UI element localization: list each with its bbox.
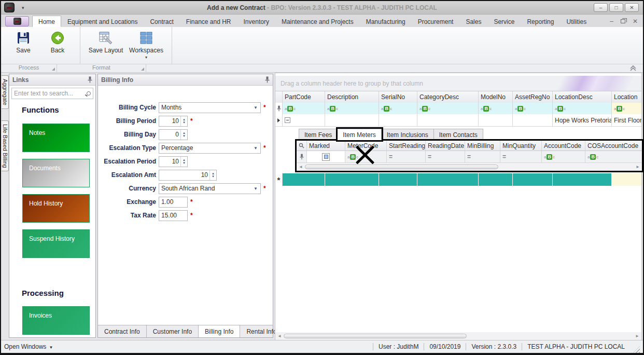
quick-access-caret-icon[interactable]: ▾	[22, 5, 24, 10]
sidebar-button-invoices[interactable]: Invoices	[22, 306, 90, 335]
data-cell-categorydesc[interactable]	[417, 114, 479, 126]
detail-tab-item-fees[interactable]: Item Fees	[299, 129, 338, 140]
abc-filter-icon[interactable]: aBc	[285, 106, 296, 112]
scroll-left-icon[interactable]: ◄	[275, 334, 284, 338]
input-exchange[interactable]: 1.00	[159, 197, 188, 208]
sidebar-button-notes[interactable]: Notes	[22, 124, 90, 152]
spinner-billing-period[interactable]: 10▲▼	[159, 116, 188, 127]
spinner-escalation-amt[interactable]: 10▲▼	[159, 170, 217, 181]
subfilter-cell-metercode[interactable]: aBc	[345, 151, 387, 162]
spinner-escalation-period[interactable]: 10▲▼	[159, 156, 188, 167]
equals-filter-icon[interactable]: =	[428, 153, 431, 160]
abc-filter-icon[interactable]: aBc	[347, 154, 358, 160]
resize-grip[interactable]	[633, 346, 640, 353]
new-row-cell-serialno[interactable]	[379, 173, 417, 186]
new-row-cell-categorydesc[interactable]	[417, 173, 479, 186]
vertical-tab-aggregate[interactable]: Aggregate	[2, 75, 9, 109]
column-header-partcode[interactable]: PartCode	[283, 91, 325, 103]
scrollbar-thumb[interactable]	[284, 334, 467, 338]
mdi-close-icon[interactable]: ✕	[633, 18, 638, 25]
scrollbar-thumb[interactable]	[305, 165, 498, 169]
abc-filter-icon[interactable]: aBc	[544, 154, 555, 160]
search-input[interactable]: Enter text to search...	[11, 88, 93, 99]
subcolumn-header-metercode[interactable]: MeterCode	[345, 141, 387, 151]
ribbon-tab-procurement[interactable]: Procurement	[412, 16, 460, 27]
data-cell-assetregno[interactable]	[513, 114, 553, 126]
input-tax-rate[interactable]: 15.00	[159, 210, 188, 221]
application-menu-button[interactable]	[5, 16, 29, 26]
filter-cell-assetregno[interactable]: aBc	[513, 103, 553, 114]
scroll-right-icon[interactable]: ►	[634, 165, 642, 169]
abc-filter-icon[interactable]: aBc	[587, 154, 598, 160]
filter-cell-locationdesc[interactable]: aBc	[553, 103, 612, 114]
subfilter-cell-cosaccountcode[interactable]: aBc	[585, 151, 642, 162]
back-button[interactable]: Back	[40, 29, 75, 54]
column-header-location[interactable]: Location	[612, 91, 641, 103]
column-header-categorydesc[interactable]: CategoryDesc	[417, 91, 479, 103]
pin-icon[interactable]	[265, 76, 270, 83]
scroll-left-icon[interactable]: ◄	[297, 165, 305, 169]
new-row-cell-partcode[interactable]	[283, 173, 325, 186]
sidebar-button-documents[interactable]: Documents	[22, 159, 90, 187]
data-cell-modelno[interactable]	[479, 114, 513, 126]
ribbon-tab-reporting[interactable]: Reporting	[521, 16, 560, 27]
filter-cell-partcode[interactable]: aBc	[283, 103, 325, 114]
sidebar-button-hold-history[interactable]: Hold History	[22, 194, 90, 223]
subfilter-cell-minbilling[interactable]: =	[465, 151, 500, 162]
data-cell-location[interactable]: First Floor	[612, 114, 641, 126]
grid-horizontal-scrollbar[interactable]: ◄ ►	[275, 332, 641, 340]
save-layout-button[interactable]: Save Layout	[86, 29, 126, 54]
spinner-billing-day[interactable]: 0▲▼	[159, 129, 188, 140]
tab-billing-info[interactable]: Billing Info	[199, 325, 240, 337]
marked-checkbox[interactable]	[322, 153, 330, 161]
filter-cell-serialno[interactable]: aBc	[379, 103, 417, 114]
filter-cell-description[interactable]: aBc	[325, 103, 379, 114]
abc-filter-icon[interactable]: aBc	[419, 106, 430, 112]
subcolumn-header-accountcode[interactable]: AccountCode	[542, 141, 585, 151]
subfilter-cell-minquantity[interactable]: =	[500, 151, 542, 162]
collapse-ribbon-icon[interactable]	[629, 65, 637, 71]
ribbon-tab-maintenance-and-projects[interactable]: Maintenance and Projects	[275, 16, 360, 27]
magnifier-icon[interactable]	[299, 143, 304, 148]
new-row-cell-location[interactable]	[612, 173, 641, 186]
grid-new-row[interactable]: *	[275, 173, 641, 186]
spin-down-icon[interactable]: ▼	[181, 161, 187, 165]
subfilter-cell-readingdate[interactable]: =	[426, 151, 465, 162]
mdi-restore-icon[interactable]	[621, 19, 625, 23]
filter-cell-location[interactable]: aBc	[612, 103, 641, 114]
grid-data-row[interactable]: Hope Works PretoriaFirst Floor	[275, 114, 641, 127]
ribbon-tab-equipment-and-locations[interactable]: Equipment and Locations	[61, 16, 144, 27]
abc-filter-icon[interactable]: aBc	[515, 106, 526, 112]
column-header-modelno[interactable]: ModelNo	[479, 91, 513, 103]
spinner-buttons[interactable]: ▲▼	[209, 170, 216, 180]
subcolumn-header-minbilling[interactable]: MinBilling	[465, 141, 500, 151]
dialog-launcher-icon[interactable]	[141, 67, 144, 71]
scroll-right-icon[interactable]: ►	[633, 334, 641, 338]
spinner-buttons[interactable]: ▲▼	[180, 130, 187, 140]
pin-icon[interactable]	[88, 76, 92, 83]
open-windows-button[interactable]: Open Windows▼	[4, 343, 53, 350]
dropdown-currency[interactable]: South African Rand▼	[159, 183, 261, 194]
abc-filter-icon[interactable]: aBc	[481, 106, 492, 112]
search-icon[interactable]	[87, 91, 91, 95]
spinner-buttons[interactable]: ▲▼	[180, 116, 187, 126]
spin-down-icon[interactable]: ▼	[181, 134, 187, 138]
new-row-cell-description[interactable]	[325, 173, 379, 186]
spin-down-icon[interactable]: ▼	[210, 175, 216, 178]
dialog-launcher-icon[interactable]	[52, 67, 55, 71]
subfilter-cell-accountcode[interactable]: aBc	[542, 151, 585, 162]
maximize-button[interactable]: □	[609, 3, 623, 12]
abc-filter-icon[interactable]: aBc	[555, 106, 566, 112]
ribbon-tab-inventory[interactable]: Inventory	[237, 16, 275, 27]
tab-customer-info[interactable]: Customer Info	[147, 325, 199, 337]
ribbon-tab-service[interactable]: Service	[487, 16, 521, 27]
ribbon-tab-contract[interactable]: Contract	[144, 16, 179, 27]
column-header-description[interactable]: Description	[325, 91, 379, 103]
subcolumn-header-cosaccountcode[interactable]: COSAccountCode	[585, 141, 642, 151]
detail-tab-item-contacts[interactable]: Item Contacts	[434, 129, 483, 140]
data-cell-description[interactable]	[325, 114, 379, 126]
abc-filter-icon[interactable]: aBc	[327, 106, 338, 112]
data-cell-serialno[interactable]	[379, 114, 417, 126]
mdi-minimize-icon[interactable]: –	[610, 18, 613, 25]
collapse-row-icon[interactable]	[285, 117, 290, 123]
